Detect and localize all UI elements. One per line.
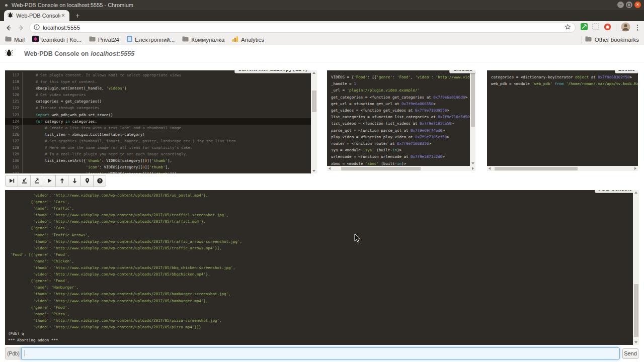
console-line: 'video': 'http://www.vidsplay.com/wp-con… [8, 245, 630, 251]
code-line-125: 125 # Create a list item with a text lab… [5, 125, 311, 131]
doc-icon [127, 36, 132, 43]
scroll-left-arrow[interactable] [329, 167, 331, 170]
new-tab-button[interactable]: + [73, 12, 82, 20]
page-header: Web-PDB Console onlocalhost:5555 [0, 45, 644, 62]
code-line-130: 130 list_item.setArt({'thumb': VIDEOS[ca… [5, 157, 311, 164]
extension-green-icon[interactable] [581, 23, 588, 32]
variable-row: urlencode = <function urlencode at 0x7f9… [331, 153, 471, 160]
browser-menu-icon[interactable] [635, 25, 640, 31]
globals-lines: VIDEOS = {'Food': [{'genre': 'Food', 'vi… [327, 70, 475, 167]
console-line: 'video': 'http://www.vidsplay.com/wp-con… [8, 218, 630, 225]
code-line-131: 131 'icon': VIDEOS[category][0]['thumb']… [5, 164, 311, 170]
variable-row: _handle = 1 [331, 80, 471, 87]
bookmark-privat24[interactable]: Privat24 [89, 36, 119, 43]
bookmark-label: Privat24 [98, 37, 119, 43]
browser-toolbar: localhost:5555 [0, 21, 644, 34]
console-line: 'video': 'http://www.vidsplay.com/wp-con… [8, 271, 630, 278]
maximize-button[interactable] [626, 2, 632, 8]
chart-icon [232, 36, 238, 43]
code-scroll-thumb[interactable] [312, 90, 316, 112]
url-text: localhost:5555 [43, 25, 565, 31]
debug-continue-button[interactable] [43, 175, 56, 187]
current-file-label: Current file:main.py(124) [234, 70, 311, 73]
code-scrollbar[interactable] [311, 70, 317, 173]
globals-label: Globals [449, 70, 475, 73]
mouse-cursor [354, 233, 361, 245]
scroll-left-arrow[interactable] [489, 167, 491, 170]
globals-vscrollbar[interactable] [470, 70, 475, 166]
tab-strip: Web-PDB Console on loca × + [0, 10, 644, 21]
debug-up-button[interactable] [55, 175, 68, 187]
debug-help-button[interactable]: ? [93, 175, 106, 187]
scroll-right-arrow[interactable] [634, 167, 636, 170]
scroll-right-arrow[interactable] [472, 167, 474, 170]
globals-hscrollbar[interactable] [327, 166, 475, 171]
pdb-console-panel: PDB Console 'video': 'http://www.vidspla… [5, 190, 633, 345]
bookmark-e-doc[interactable]: Електронний... [127, 36, 175, 43]
console-line: {'genre': 'Cars', [8, 199, 630, 205]
bookmarks-divider [582, 36, 582, 43]
console-line: 'name': 'Pizza', [8, 311, 630, 317]
variable-row: categories = <dictionary-keyiterator obj… [491, 74, 634, 80]
console-line: 'name': 'Hamburger', [8, 284, 630, 291]
console-scroll-thumb[interactable] [634, 284, 638, 337]
profile-avatar[interactable] [621, 22, 630, 34]
address-bar[interactable]: localhost:5555 [29, 23, 576, 33]
globals-vscroll-thumb[interactable] [471, 71, 475, 127]
minimize-button[interactable]: − [617, 2, 624, 8]
console-line: {'genre': 'Food', [8, 304, 630, 311]
scroll-down-arrow[interactable] [634, 341, 637, 343]
locals-hscrollbar[interactable] [487, 166, 638, 171]
globals-panel: Globals VIDEOS = {'Food': [{'genre': 'Fo… [327, 70, 475, 171]
pdb-command-input[interactable] [21, 347, 620, 359]
extension-disabled-icon[interactable] [592, 23, 599, 32]
bookmark-label: teamkodi | Ko... [41, 37, 82, 43]
bookmark-star-icon[interactable] [565, 23, 571, 32]
bookmark-mail[interactable]: Mail [5, 36, 25, 43]
bookmark-teamkodi[interactable]: teamkodi | Ko... [32, 36, 82, 43]
console-line: 'thumb': 'http://www.vidsplay.com/wp-con… [8, 317, 630, 324]
forward-icon[interactable] [16, 23, 26, 33]
close-window-button[interactable]: × [634, 2, 641, 8]
bookmarks-list: Mailteamkodi | Ko...Privat24Електронний.… [0, 36, 264, 43]
variable-row: VIDEOS = {'Food': [{'genre': 'Food', 'vi… [331, 74, 471, 80]
console-line: (Pdb) q [8, 330, 630, 337]
debug-where-button[interactable] [80, 175, 94, 187]
browser-tab[interactable]: Web-PDB Console on loca × [4, 10, 69, 21]
kodi-icon [32, 36, 39, 43]
scroll-down-arrow[interactable] [471, 162, 474, 164]
bookmark-kommunalka[interactable]: Коммуналка [182, 36, 224, 43]
send-button[interactable]: Send [622, 348, 638, 359]
debug-step-out-button[interactable] [30, 175, 43, 187]
page-title: Web-PDB Console onlocalhost:5555 [24, 50, 134, 57]
variable-row: sys = <module 'sys' (built-in)> [331, 147, 471, 153]
console-line: 'thumb': 'http://www.vidsplay.com/wp-con… [8, 238, 630, 245]
variable-row: _url = 'plugin://plugin.video.example/' [331, 87, 471, 94]
pdb-console-label: PDB Console [595, 190, 633, 193]
scroll-down-arrow[interactable] [312, 170, 315, 172]
tab-close-icon[interactable]: × [61, 12, 65, 19]
console-line: 'video': 'http://www.vidsplay.com/wp-con… [8, 324, 630, 330]
extension-adblock-icon[interactable] [604, 23, 611, 33]
page-info-icon[interactable] [34, 23, 40, 32]
pdb-prompt-label: (Pdb) [5, 347, 21, 359]
console-line: 'name': 'Traffic Arrows', [8, 232, 630, 238]
other-bookmarks-button[interactable]: Other bookmarks [595, 37, 639, 43]
debug-step-into-button[interactable] [18, 175, 31, 187]
bookmarks-bar: Mailteamkodi | Ko...Privat24Електронний.… [0, 34, 644, 45]
variable-row: list_categories = <function list_categor… [331, 114, 471, 120]
code-line-123: 123 import web_pdb;web_pdb.set_trace() [5, 112, 311, 118]
locals-hscroll-thumb[interactable] [495, 167, 578, 170]
console-line: 'name': 'Chicken', [8, 258, 630, 264]
console-scrollbar[interactable] [633, 190, 639, 345]
bookmark-analytics[interactable]: Analytics [232, 36, 264, 43]
console-line: 'thumb': 'http://www.vidsplay.com/wp-con… [8, 212, 630, 218]
code-line-127: 127 # Set graphics (thumbnail, fanart, b… [5, 138, 311, 144]
globals-hscroll-thumb[interactable] [341, 167, 421, 170]
scroll-up-arrow[interactable] [634, 192, 637, 194]
scroll-up-arrow[interactable] [312, 72, 315, 74]
back-icon[interactable] [3, 23, 13, 33]
console-lines: 'video': 'http://www.vidsplay.com/wp-con… [5, 190, 633, 343]
debug-next-button[interactable] [5, 175, 18, 187]
debug-down-button[interactable] [68, 175, 81, 187]
